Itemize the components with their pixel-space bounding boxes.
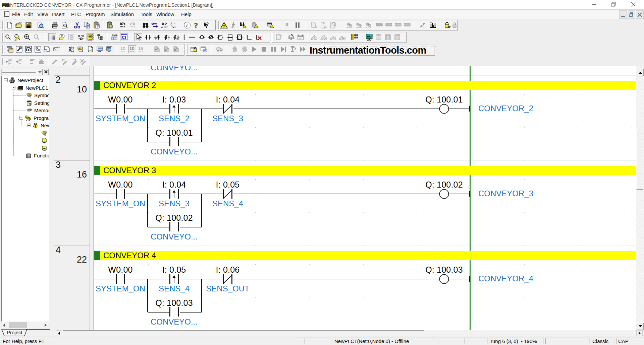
svg-text:B: B	[174, 25, 176, 29]
svg-text:16: 16	[138, 46, 143, 51]
svg-text:10: 10	[129, 46, 134, 51]
svg-text:HM: HM	[367, 35, 372, 38]
svg-text:A: A	[170, 22, 172, 25]
svg-text:CI: CI	[122, 35, 126, 40]
svg-text:SMA: SMA	[112, 34, 118, 37]
svg-text:001002: 001002	[107, 49, 111, 51]
svg-text:Z: Z	[315, 38, 317, 40]
svg-text:?: ?	[206, 21, 209, 27]
svg-text:10: 10	[120, 46, 125, 51]
svg-text:?: ?	[194, 21, 198, 29]
